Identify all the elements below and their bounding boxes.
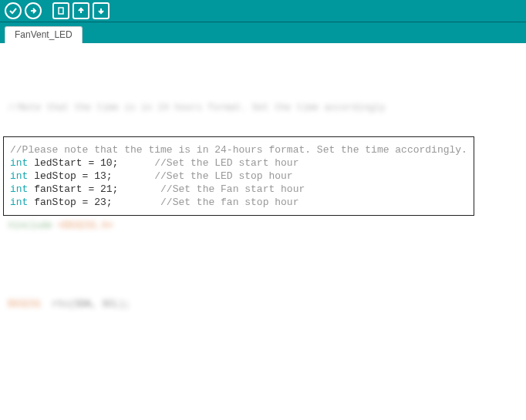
arrow-up-icon <box>77 7 85 15</box>
check-icon <box>9 7 17 15</box>
code-editor[interactable]: //Note that the time is in 24 hours form… <box>0 43 526 420</box>
upload-button[interactable] <box>25 2 42 19</box>
tab-bar: FanVent_LED <box>0 22 526 43</box>
arrow-right-icon <box>29 7 37 15</box>
svg-rect-0 <box>59 8 63 14</box>
code-keyword-int: int <box>10 170 28 182</box>
code-comment: //Note that the time is in 24 hours form… <box>8 102 386 113</box>
highlighted-code-block: //Please note that the time is in 24-hou… <box>3 136 474 216</box>
code-comment: //Please note that the time is in 24-hou… <box>10 144 467 156</box>
file-icon <box>57 7 65 15</box>
code-typedecl: DS3231 <box>8 299 41 310</box>
save-button[interactable] <box>93 2 110 19</box>
code-keyword-int: int <box>10 197 28 208</box>
code-keyword-int: int <box>10 157 28 169</box>
tab-sketch[interactable]: FanVent_LED <box>5 26 83 43</box>
code-include: #include <box>8 220 52 231</box>
verify-button[interactable] <box>5 2 22 19</box>
code-keyword-int: int <box>10 183 28 195</box>
toolbar-container <box>0 0 526 22</box>
open-button[interactable] <box>72 2 89 19</box>
new-button[interactable] <box>52 2 69 19</box>
arrow-down-icon <box>97 7 105 15</box>
